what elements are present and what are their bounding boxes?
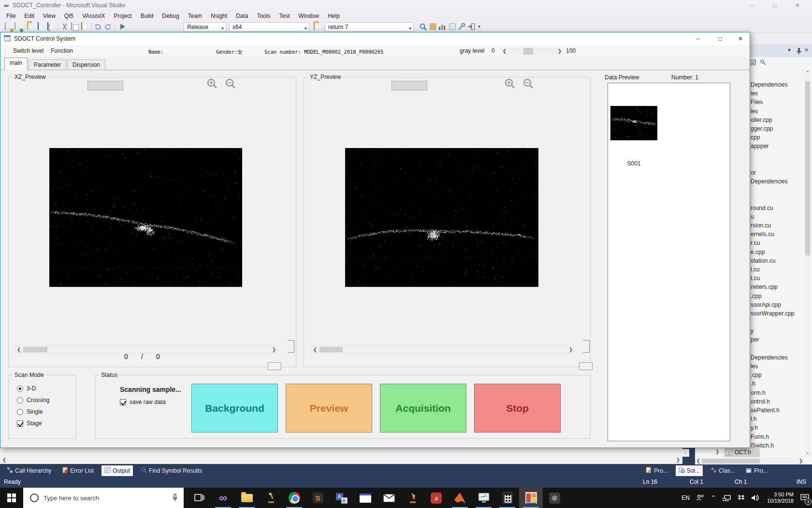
solution-item[interactable]: oller.cpp xyxy=(751,116,805,124)
solution-item[interactable]: ernels.cu xyxy=(751,230,805,239)
bottom-tab-output[interactable]: Output xyxy=(102,465,133,476)
checkbox-icon[interactable] xyxy=(17,420,23,427)
yz-scrollbar[interactable]: ❮ ❯ xyxy=(311,346,574,353)
solution-item[interactable]: ssorWrapper.cpp xyxy=(751,309,805,318)
bottom-tab-findsymbolresults[interactable]: Find Symbol Results xyxy=(138,465,205,476)
solution-item[interactable]: neters.cpp xyxy=(751,283,805,291)
taskbar-app-chrome[interactable] xyxy=(282,488,306,508)
solution-item[interactable]: .h xyxy=(751,379,805,388)
options-dropdown-icon[interactable]: ▼ xyxy=(477,23,486,31)
feedback-icon[interactable] xyxy=(429,23,437,31)
xz-spinbox[interactable] xyxy=(268,362,281,370)
vs-menu-test[interactable]: Test xyxy=(275,11,294,21)
solution-item[interactable]: rsion.cu xyxy=(751,221,805,230)
editor-horizontal-scrollbar[interactable]: ❮ ❯ xyxy=(0,457,682,463)
network-icon[interactable] xyxy=(723,495,731,501)
xz-zoom-out-icon[interactable] xyxy=(225,78,236,90)
vs-menu-file[interactable]: File xyxy=(2,11,20,21)
taskbar-app-sdoct-app[interactable] xyxy=(519,488,543,508)
vs-menu-nsight[interactable]: Nsight xyxy=(206,11,232,21)
bottom-tab-errorlist[interactable]: Error List xyxy=(59,465,97,476)
solution-item[interactable]: y.h xyxy=(751,423,805,432)
taskbar-app-calculator[interactable] xyxy=(495,488,519,508)
xz-scrollbar[interactable]: ❮ ❯ xyxy=(15,346,277,353)
vs-menu-data[interactable]: Data xyxy=(232,11,252,21)
undo-icon[interactable] xyxy=(94,23,102,31)
solution-item-selected-row[interactable]: ❯ OCT.h xyxy=(695,448,812,457)
pin-icon[interactable] xyxy=(796,47,802,55)
vs-menu-tools[interactable]: Tools xyxy=(252,11,275,21)
platform-combo[interactable]: x64▼ xyxy=(229,22,309,32)
sdoct-maximize-button[interactable]: □ xyxy=(709,32,731,45)
xz-zoom-in-icon[interactable] xyxy=(206,78,218,90)
taskbar-app-photo-viewer[interactable] xyxy=(543,488,566,508)
taskbar-app-imaging-tool[interactable] xyxy=(259,488,282,508)
solution-item[interactable]: cpp xyxy=(751,133,805,142)
find-in-files-icon[interactable] xyxy=(419,23,428,31)
taskbar-app-sublime[interactable]: S xyxy=(306,488,330,508)
run-icon[interactable] xyxy=(117,23,126,31)
menu-function[interactable]: Function xyxy=(51,47,73,54)
cut-icon[interactable] xyxy=(60,23,69,31)
yz-zoom-out-icon[interactable] xyxy=(522,78,534,90)
data-preview-thumbnail[interactable] xyxy=(610,106,657,140)
data-preview-item-label[interactable]: S001 xyxy=(610,160,657,167)
solution-item[interactable]: Dependencies xyxy=(751,80,805,89)
taskbar-app-task-view[interactable] xyxy=(188,488,211,508)
vs-menu-window[interactable]: Window xyxy=(294,11,323,21)
radio-icon[interactable] xyxy=(17,386,23,392)
solution-item[interactable]: .cpp xyxy=(751,292,805,300)
open-icon[interactable] xyxy=(27,23,36,31)
sdoct-close-button[interactable]: ✕ xyxy=(731,32,750,45)
solution-item[interactable]: ssorApi.cpp xyxy=(751,300,805,309)
xz-info-box[interactable] xyxy=(87,81,123,90)
taskbar-app-visual-studio[interactable]: ∞ xyxy=(211,488,235,508)
yz-spinbox[interactable] xyxy=(579,362,593,370)
solution-item[interactable]: or xyxy=(751,168,805,177)
taskbar-app-mail[interactable] xyxy=(377,488,401,508)
solution-item[interactable]: Form.h xyxy=(751,433,805,441)
solution-item[interactable]: orm.h xyxy=(751,388,805,397)
vs-close-button[interactable]: ✕ xyxy=(790,0,805,11)
acquisition-button[interactable]: Acquisition xyxy=(380,384,466,433)
radio-icon[interactable] xyxy=(17,409,23,415)
people-icon[interactable] xyxy=(696,494,704,501)
preview-button[interactable]: Preview xyxy=(286,384,372,433)
vs-menu-project[interactable]: Project xyxy=(109,11,136,21)
vs-maximize-button[interactable]: □ xyxy=(767,0,783,11)
solution-explorer-vscrollbar[interactable]: ⌃ ⌄ xyxy=(804,70,811,457)
solution-item[interactable]: appper xyxy=(751,142,805,150)
solution-item[interactable]: olation.cu xyxy=(751,256,805,265)
menu-switch-level[interactable]: Switch level xyxy=(13,47,44,54)
vs-menu-help[interactable]: Help xyxy=(323,11,344,21)
redo-icon[interactable] xyxy=(103,23,112,31)
solution-item[interactable]: round.cu xyxy=(751,204,805,212)
vs-menu-vassistx[interactable]: VAssistX xyxy=(78,11,109,21)
scan-mode-option-3-d[interactable]: 3-D xyxy=(17,385,36,392)
mail-edit-icon[interactable] xyxy=(448,23,457,31)
home-icon[interactable] xyxy=(749,59,756,66)
solution-item[interactable]: Files xyxy=(751,98,805,106)
taskbar-app-imaging-tool-2[interactable] xyxy=(401,488,424,508)
solution-item[interactable]: Dependencies xyxy=(751,177,805,186)
taskbar-clock[interactable]: 3:50 PM 10/19/2018 xyxy=(767,492,794,504)
solution-item[interactable]: l.h xyxy=(751,415,805,423)
export-icon[interactable] xyxy=(467,23,476,31)
vs-menu-view[interactable]: View xyxy=(39,11,60,21)
taskbar-search[interactable]: Type here to search xyxy=(23,488,184,508)
scan-mode-option-stage[interactable]: Stage xyxy=(17,419,42,427)
sdoct-minimize-button[interactable]: ─ xyxy=(687,32,709,45)
panel-tab-sol[interactable]: Sol... xyxy=(676,465,703,476)
dropbox-icon[interactable] xyxy=(738,495,745,501)
taskbar-app-file-explorer[interactable] xyxy=(235,488,259,508)
window-position-icon[interactable]: ▼ xyxy=(787,47,792,53)
taskbar-app-amarec[interactable]: a xyxy=(424,488,448,508)
taskbar-app-matlab[interactable] xyxy=(448,488,472,508)
tools-icon[interactable] xyxy=(458,23,466,31)
stop-button[interactable]: Stop xyxy=(474,384,561,433)
panel-tab-pro-2[interactable]: Pro... xyxy=(743,465,771,476)
tab-main[interactable]: main xyxy=(4,58,28,70)
microphone-icon[interactable] xyxy=(172,493,178,502)
solution-item[interactable]: gger.cpp xyxy=(751,124,805,133)
solution-item[interactable]: les xyxy=(751,362,805,371)
